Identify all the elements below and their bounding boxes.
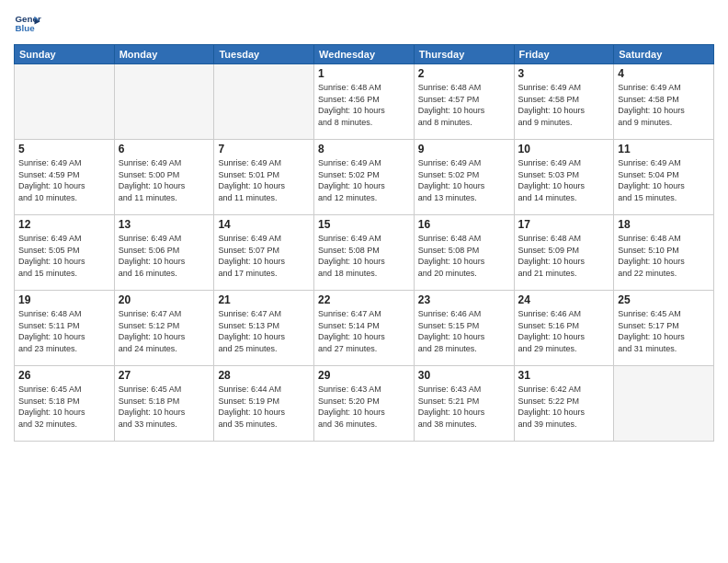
calendar-day-cell: 26Sunrise: 6:45 AMSunset: 5:18 PMDayligh… [15, 366, 115, 442]
calendar-day-cell: 12Sunrise: 6:49 AMSunset: 5:05 PMDayligh… [15, 215, 115, 291]
calendar-day-cell [15, 64, 115, 140]
calendar-day-cell: 14Sunrise: 6:49 AMSunset: 5:07 PMDayligh… [214, 215, 314, 291]
calendar-day-cell: 18Sunrise: 6:48 AMSunset: 5:10 PMDayligh… [614, 215, 714, 291]
day-info: Sunrise: 6:47 AMSunset: 5:12 PMDaylight:… [119, 308, 210, 354]
day-info: Sunrise: 6:48 AMSunset: 5:11 PMDaylight:… [18, 308, 110, 354]
day-info: Sunrise: 6:46 AMSunset: 5:16 PMDaylight:… [518, 308, 610, 354]
day-info: Sunrise: 6:49 AMSunset: 5:02 PMDaylight:… [318, 157, 410, 203]
calendar-day-cell [614, 366, 714, 442]
weekday-header-friday: Friday [514, 45, 614, 64]
weekday-header-saturday: Saturday [614, 45, 714, 64]
day-number: 7 [218, 143, 310, 155]
day-number: 11 [618, 143, 710, 155]
weekday-header-tuesday: Tuesday [214, 45, 314, 64]
day-info: Sunrise: 6:49 AMSunset: 5:03 PMDaylight:… [518, 157, 610, 203]
day-number: 16 [418, 218, 510, 231]
day-info: Sunrise: 6:45 AMSunset: 5:17 PMDaylight:… [618, 308, 710, 354]
day-number: 24 [518, 293, 610, 306]
day-info: Sunrise: 6:47 AMSunset: 5:13 PMDaylight:… [218, 308, 310, 354]
day-info: Sunrise: 6:49 AMSunset: 4:58 PMDaylight:… [618, 82, 710, 128]
day-number: 15 [318, 218, 410, 231]
svg-text:Blue: Blue [16, 23, 36, 33]
day-info: Sunrise: 6:47 AMSunset: 5:14 PMDaylight:… [318, 308, 410, 354]
day-info: Sunrise: 6:49 AMSunset: 5:05 PMDaylight:… [18, 233, 110, 279]
weekday-header-wednesday: Wednesday [314, 45, 415, 64]
day-info: Sunrise: 6:48 AMSunset: 5:09 PMDaylight:… [518, 233, 610, 279]
day-number: 13 [119, 218, 210, 231]
day-info: Sunrise: 6:46 AMSunset: 5:15 PMDaylight:… [418, 308, 510, 354]
header: General Blue [14, 9, 714, 37]
day-number: 20 [119, 293, 210, 306]
day-number: 10 [518, 143, 610, 155]
calendar-day-cell: 4Sunrise: 6:49 AMSunset: 4:58 PMDaylight… [614, 64, 714, 140]
day-number: 25 [618, 293, 710, 306]
day-number: 14 [218, 218, 310, 231]
calendar-table: SundayMondayTuesdayWednesdayThursdayFrid… [14, 44, 714, 442]
day-info: Sunrise: 6:49 AMSunset: 4:58 PMDaylight:… [518, 82, 610, 128]
day-info: Sunrise: 6:42 AMSunset: 5:22 PMDaylight:… [518, 384, 610, 430]
logo-icon: General Blue [14, 9, 41, 37]
calendar-day-cell: 29Sunrise: 6:43 AMSunset: 5:20 PMDayligh… [314, 366, 415, 442]
day-number: 9 [418, 143, 510, 155]
calendar-day-cell: 2Sunrise: 6:48 AMSunset: 4:57 PMDaylight… [414, 64, 514, 140]
calendar-day-cell: 23Sunrise: 6:46 AMSunset: 5:15 PMDayligh… [414, 291, 514, 366]
calendar-day-cell: 3Sunrise: 6:49 AMSunset: 4:58 PMDaylight… [514, 64, 614, 140]
logo: General Blue [14, 9, 45, 37]
day-number: 22 [318, 293, 410, 306]
calendar-day-cell: 24Sunrise: 6:46 AMSunset: 5:16 PMDayligh… [514, 291, 614, 366]
day-number: 1 [318, 67, 410, 80]
calendar-day-cell: 13Sunrise: 6:49 AMSunset: 5:06 PMDayligh… [114, 215, 214, 291]
day-info: Sunrise: 6:48 AMSunset: 5:08 PMDaylight:… [418, 233, 510, 279]
day-number: 5 [18, 143, 110, 155]
calendar-day-cell: 21Sunrise: 6:47 AMSunset: 5:13 PMDayligh… [214, 291, 314, 366]
calendar-week-row-4: 19Sunrise: 6:48 AMSunset: 5:11 PMDayligh… [15, 291, 714, 366]
day-info: Sunrise: 6:49 AMSunset: 5:07 PMDaylight:… [218, 233, 310, 279]
calendar-day-cell [114, 64, 214, 140]
day-number: 4 [618, 67, 710, 80]
calendar-week-row-5: 26Sunrise: 6:45 AMSunset: 5:18 PMDayligh… [15, 366, 714, 442]
day-info: Sunrise: 6:49 AMSunset: 5:02 PMDaylight:… [418, 157, 510, 203]
calendar-day-cell: 1Sunrise: 6:48 AMSunset: 4:56 PMDaylight… [314, 64, 415, 140]
day-info: Sunrise: 6:49 AMSunset: 5:01 PMDaylight:… [218, 157, 310, 203]
day-number: 27 [119, 369, 210, 382]
day-number: 30 [418, 369, 510, 382]
weekday-header-sunday: Sunday [15, 45, 115, 64]
day-number: 2 [418, 67, 510, 80]
calendar-day-cell: 25Sunrise: 6:45 AMSunset: 5:17 PMDayligh… [614, 291, 714, 366]
day-number: 23 [418, 293, 510, 306]
page: General Blue SundayMondayTuesdayWednesda… [0, 0, 728, 563]
day-number: 29 [318, 369, 410, 382]
day-info: Sunrise: 6:48 AMSunset: 4:56 PMDaylight:… [318, 82, 410, 128]
day-number: 28 [218, 369, 310, 382]
calendar-day-cell: 17Sunrise: 6:48 AMSunset: 5:09 PMDayligh… [514, 215, 614, 291]
day-info: Sunrise: 6:43 AMSunset: 5:20 PMDaylight:… [318, 384, 410, 430]
calendar-day-cell: 5Sunrise: 6:49 AMSunset: 4:59 PMDaylight… [15, 140, 115, 215]
day-number: 26 [18, 369, 110, 382]
day-info: Sunrise: 6:49 AMSunset: 5:08 PMDaylight:… [318, 233, 410, 279]
calendar-day-cell: 20Sunrise: 6:47 AMSunset: 5:12 PMDayligh… [114, 291, 214, 366]
calendar-day-cell: 15Sunrise: 6:49 AMSunset: 5:08 PMDayligh… [314, 215, 415, 291]
calendar-day-cell: 6Sunrise: 6:49 AMSunset: 5:00 PMDaylight… [114, 140, 214, 215]
day-info: Sunrise: 6:49 AMSunset: 5:00 PMDaylight:… [119, 157, 210, 203]
calendar-day-cell: 16Sunrise: 6:48 AMSunset: 5:08 PMDayligh… [414, 215, 514, 291]
weekday-header-monday: Monday [114, 45, 214, 64]
day-number: 3 [518, 67, 610, 80]
day-number: 31 [518, 369, 610, 382]
calendar-day-cell: 10Sunrise: 6:49 AMSunset: 5:03 PMDayligh… [514, 140, 614, 215]
calendar-day-cell: 31Sunrise: 6:42 AMSunset: 5:22 PMDayligh… [514, 366, 614, 442]
calendar-day-cell: 8Sunrise: 6:49 AMSunset: 5:02 PMDaylight… [314, 140, 415, 215]
day-info: Sunrise: 6:45 AMSunset: 5:18 PMDaylight:… [18, 384, 110, 430]
calendar-day-cell: 7Sunrise: 6:49 AMSunset: 5:01 PMDaylight… [214, 140, 314, 215]
weekday-header-thursday: Thursday [414, 45, 514, 64]
calendar-day-cell: 28Sunrise: 6:44 AMSunset: 5:19 PMDayligh… [214, 366, 314, 442]
day-number: 6 [119, 143, 210, 155]
day-info: Sunrise: 6:44 AMSunset: 5:19 PMDaylight:… [218, 384, 310, 430]
calendar-day-cell: 9Sunrise: 6:49 AMSunset: 5:02 PMDaylight… [414, 140, 514, 215]
calendar-day-cell: 30Sunrise: 6:43 AMSunset: 5:21 PMDayligh… [414, 366, 514, 442]
calendar-day-cell: 19Sunrise: 6:48 AMSunset: 5:11 PMDayligh… [15, 291, 115, 366]
calendar-day-cell: 11Sunrise: 6:49 AMSunset: 5:04 PMDayligh… [614, 140, 714, 215]
day-number: 19 [18, 293, 110, 306]
day-info: Sunrise: 6:49 AMSunset: 5:04 PMDaylight:… [618, 157, 710, 203]
day-info: Sunrise: 6:43 AMSunset: 5:21 PMDaylight:… [418, 384, 510, 430]
calendar-week-row-1: 1Sunrise: 6:48 AMSunset: 4:56 PMDaylight… [15, 64, 714, 140]
